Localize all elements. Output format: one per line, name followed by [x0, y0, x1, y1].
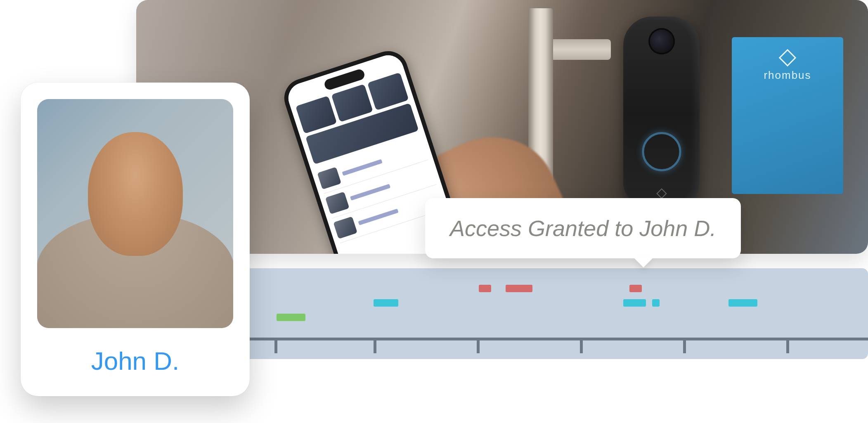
timeline-axis	[250, 338, 868, 340]
timeline-event-teal	[652, 299, 660, 307]
timeline-event-teal	[374, 299, 398, 307]
event-timeline	[250, 268, 868, 359]
timeline-event-red	[479, 285, 491, 292]
doorbell-ring-button	[642, 132, 681, 171]
user-id-card: John D.	[21, 83, 250, 396]
timeline-event-red	[629, 285, 642, 292]
access-granted-tooltip: Access Granted to John D.	[425, 198, 741, 258]
timeline-tick	[580, 338, 583, 353]
timeline-tick	[274, 338, 277, 353]
phone-camera-tile	[296, 96, 337, 134]
video-doorbell-device	[623, 17, 700, 210]
user-name-label: John D.	[91, 346, 180, 376]
poster-brand-name: rhombus	[740, 69, 835, 82]
timeline-event-green	[277, 314, 305, 321]
doorbell-camera-lens	[650, 30, 673, 53]
phone-camera-tile	[367, 72, 409, 110]
rhombus-logo-icon	[779, 49, 796, 66]
timeline-tick	[477, 338, 480, 353]
timeline-tick	[786, 338, 789, 353]
brand-poster: rhombus	[732, 37, 843, 194]
timeline-tick	[683, 338, 686, 353]
tooltip-text: Access Granted to John D.	[450, 216, 716, 241]
timeline-event-red	[506, 285, 532, 292]
timeline-event-teal	[623, 299, 646, 307]
timeline-event-teal	[728, 299, 757, 307]
doorbell-brand-icon	[656, 188, 667, 199]
tooltip-arrow-icon	[634, 258, 653, 267]
user-photo	[37, 99, 233, 328]
phone-camera-tile	[331, 84, 373, 122]
timeline-tick	[374, 338, 376, 353]
